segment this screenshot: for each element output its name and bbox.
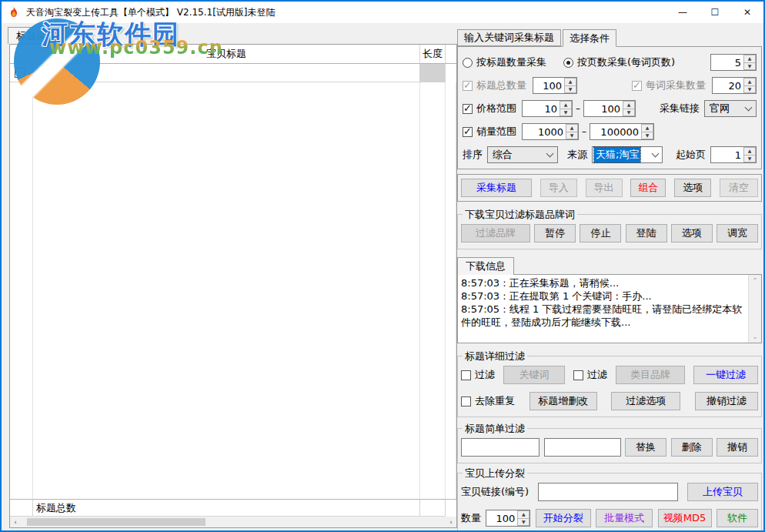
price-min-stepper[interactable]: 10 ▲▼ [522,100,573,117]
log-vertical-scrollbar[interactable]: ⌃ ⌄ [748,275,761,343]
scrollbar-thumb[interactable] [27,518,205,526]
price-range-label: 价格范围 [476,102,516,115]
start-page-label: 起始页 [676,148,706,162]
header-item-title[interactable]: 宝贝标题 [33,45,420,64]
find-text-input[interactable] [461,438,540,457]
spin-down-icon[interactable]: ▼ [641,132,653,140]
horizontal-scrollbar[interactable]: ‹ › [10,517,456,527]
action-button-panel: 采集标题 导入 导出 组合 选项 清空 [457,174,762,202]
upload-item-button[interactable]: 上传宝贝 [687,483,758,501]
tab-title-collect-results[interactable]: 标题采集结果 [8,27,85,44]
replace-text-input[interactable] [544,438,621,457]
spin-up-icon[interactable]: ▲ [623,101,635,109]
row-title-cell[interactable] [33,64,420,82]
combine-button[interactable]: 组合 [630,179,666,197]
spin-down-icon[interactable]: ▼ [623,109,635,117]
scroll-right-icon[interactable]: › [446,517,456,527]
one-click-filter-button[interactable]: 一键过滤 [693,366,758,384]
scroll-left-icon[interactable]: ‹ [10,517,21,527]
video-md5-button[interactable]: 视频MD5 [658,509,712,527]
spin-up-icon[interactable]: ▲ [517,510,529,519]
conditions-tab-content: 按标题数量采集 按页数采集(每词页数) 5 ▲▼ 标题总数量 100 ▲▼ 每词… [457,46,762,169]
log-line: 8:57:05 : 线程 1 下载过程需要登陆旺旺，请登陆已经绑定本软件的旺旺，… [461,303,747,329]
spin-down-icon[interactable]: ▼ [517,519,529,527]
download-log: 8:57:03 : 正在采集标题，请稍候... 8:57:03 : 正在提取第 … [457,274,762,343]
price-range-checkbox[interactable] [463,104,473,114]
filter-keyword-checkbox[interactable] [461,370,471,380]
title-total-label: 标题总数量 [476,79,526,92]
row-checkbox[interactable] [15,68,25,78]
upload-split-title: 宝贝上传分裂 [463,467,527,480]
tab-input-keywords[interactable]: 输入关键词采集标题 [457,29,561,46]
radio-by-title-count[interactable] [463,58,473,68]
detail-filter-title: 标题详细过滤 [463,350,527,363]
table-row[interactable] [10,64,33,82]
start-split-button[interactable]: 开始分裂 [536,509,591,527]
start-page-stepper[interactable]: 1 ▲▼ [710,146,757,163]
sales-min-stepper[interactable]: 1000 ▲▼ [522,123,579,140]
tab-download-info[interactable]: 下载信息 [457,257,514,275]
source-selected-text[interactable]: 天猫;淘宝 [594,147,640,162]
options-button[interactable]: 选项 [674,179,711,197]
collect-link-select[interactable]: 官网 [704,100,757,117]
collect-mode-row: 按标题数量采集 按页数采集(每词页数) 5 ▲▼ [463,54,757,71]
price-max-stepper[interactable]: 100 ▲▼ [583,100,636,117]
per-word-label: 每词采集数量 [646,79,706,92]
spin-up-icon[interactable]: ▲ [743,55,756,63]
source-combobox[interactable]: 天猫;淘宝 [592,146,663,163]
spin-up-icon[interactable]: ▲ [743,147,756,156]
radio-by-page-count[interactable] [563,58,573,68]
undo-button[interactable]: 撤销 [717,438,758,457]
spin-down-icon[interactable]: ▼ [743,156,756,163]
undo-filter-button[interactable]: 撤销过滤 [695,392,758,410]
maximize-button[interactable]: ☐ [699,2,731,23]
spin-up-icon[interactable]: ▲ [566,124,578,132]
simple-filter-title: 标题简单过滤 [463,422,527,436]
minimize-button[interactable]: — [666,2,699,23]
sales-range-checkbox[interactable] [463,127,473,137]
scroll-up-icon[interactable]: ⌃ [753,277,758,284]
tab-select-conditions[interactable]: 选择条件 [563,29,616,47]
collect-titles-button[interactable]: 采集标题 [461,179,532,197]
login-button[interactable]: 登陆 [626,224,667,243]
software-button[interactable]: 软件 [717,509,758,527]
widen-button[interactable]: 调宽 [717,224,758,243]
spin-up-icon[interactable]: ▲ [641,124,653,132]
row-spacer [446,64,456,82]
page-count-stepper[interactable]: 5 ▲▼ [710,54,757,71]
spin-down-icon[interactable]: ▼ [566,132,578,140]
scroll-down-icon[interactable]: ⌄ [753,333,758,340]
by-page-count-label: 按页数采集(每词页数) [577,55,675,69]
item-link-input[interactable] [538,483,678,501]
spin-up-icon[interactable]: ▲ [560,101,572,109]
header-spacer [446,45,456,64]
replace-button[interactable]: 替换 [625,438,666,457]
sort-source-row: 排序 综合 来源 天猫;淘宝 起始页 1 ▲▼ [463,146,757,163]
header-length[interactable]: 长度 [420,45,446,64]
spin-down-icon: ▼ [564,86,576,94]
batch-mode-button[interactable]: 批量模式 [596,509,653,527]
delete-button[interactable]: 删除 [671,438,713,457]
title-edit-button[interactable]: 标题增删改 [529,392,597,410]
condition-tabs: 输入关键词采集标题 选择条件 [457,29,762,46]
filter-option-button[interactable]: 过滤选项 [611,392,680,410]
pause-button[interactable]: 暂停 [534,224,576,243]
spin-down-icon[interactable]: ▼ [743,63,756,71]
sales-max-stepper[interactable]: 100000 ▲▼ [590,123,654,140]
spin-up-icon: ▲ [564,78,576,86]
spin-down-icon[interactable]: ▼ [560,109,572,117]
filter-label: 过滤 [587,368,607,382]
row-length-cell [420,64,446,82]
stop-button[interactable]: 停止 [580,224,621,243]
filter-category-checkbox[interactable] [573,370,583,380]
close-button[interactable]: ✕ [731,2,763,23]
quantity-stepper[interactable]: 100 ▲▼ [486,510,530,527]
upload-split-group: 宝贝上传分裂 宝贝链接(编号) 上传宝贝 数量 100 ▲▼ 开始分裂 批量模式… [457,473,762,532]
dedup-checkbox[interactable] [461,396,471,407]
by-title-count-label: 按标题数量采集 [476,55,546,69]
title-total-label: 标题总数 [33,501,76,515]
filter-options-button[interactable]: 选项 [671,224,713,243]
header-select-column[interactable] [10,45,33,64]
sort-select[interactable]: 综合 [487,146,558,163]
totals-row: 标题总数量 100 ▲▼ 每词采集数量 20 ▲▼ [463,77,757,94]
